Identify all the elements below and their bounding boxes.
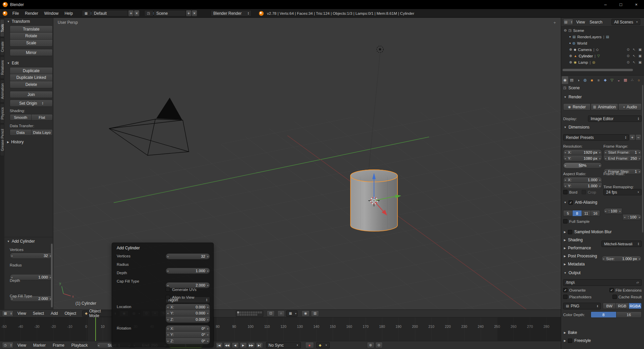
layer-toggle[interactable] [253, 314, 255, 316]
menu-window[interactable]: Window [41, 11, 62, 16]
tab-texture-icon[interactable]: ▩ [622, 76, 629, 84]
expand-icon[interactable]: ⊕ [569, 61, 572, 64]
shelf-tab-tools[interactable]: Tools [0, 19, 4, 37]
selectability-arrow-icon[interactable]: ↖ [633, 60, 636, 64]
resolution-percentage-slider[interactable]: 50% [563, 162, 602, 168]
output-path-field[interactable]: /tmp\ ▱ [563, 279, 642, 286]
render-engine-selector[interactable]: Blender Render [211, 10, 252, 16]
aa-samples-8[interactable]: 8 [573, 210, 582, 216]
resolution-x-field[interactable]: X:1920 px [563, 149, 602, 155]
set-origin-button[interactable]: Set Origin [10, 100, 53, 107]
scene-selector[interactable]: Scene [154, 10, 186, 16]
rotation-z-field[interactable]: Z:0° [166, 338, 210, 344]
tab-scene-icon[interactable]: ◑ [575, 76, 582, 84]
layer-toggle[interactable] [253, 311, 255, 313]
delete-layout-button[interactable]: × [134, 10, 140, 16]
delete-keyframe-icon[interactable]: ⊖ [375, 342, 383, 348]
render-audio-button[interactable]: ◖Audio [618, 103, 642, 110]
layer-toggle[interactable] [244, 311, 246, 313]
timeline-menu-playback[interactable]: Playback [68, 343, 91, 348]
join-button[interactable]: Join [10, 91, 53, 98]
tab-render-icon[interactable]: ◉ [562, 76, 568, 84]
shelf-scrollbar[interactable] [51, 244, 53, 307]
shelf-tab-animation[interactable]: Animation [0, 80, 4, 103]
motion-blur-checkbox[interactable] [568, 230, 572, 234]
timeline-menu-frame[interactable]: Frame [50, 343, 67, 348]
folder-icon[interactable]: ▱ [636, 281, 639, 284]
tab-object-icon[interactable]: ■ [589, 76, 595, 84]
selectability-arrow-icon[interactable]: ↖ [633, 48, 636, 51]
output-panel-header[interactable]: Output [564, 270, 581, 275]
vertices-field[interactable]: 32 [10, 253, 53, 259]
add-layout-button[interactable]: + [128, 10, 134, 16]
end-frame-field[interactable]: End Frame:250 [603, 155, 642, 161]
jump-to-end-button[interactable]: ▶| [256, 342, 263, 348]
antialiasing-panel-header[interactable]: Anti-Aliasing [564, 200, 597, 205]
insert-keyframe-icon[interactable]: ⊕ [367, 342, 374, 348]
collapse-icon[interactable]: ⊖ [564, 29, 567, 32]
smooth-button[interactable]: Smooth [10, 114, 32, 120]
layer-toggle[interactable] [237, 311, 239, 313]
layer-toggle[interactable] [237, 314, 239, 316]
mesh-data-icon[interactable]: ▽ [597, 54, 600, 58]
opengl-render-anim-icon[interactable]: ▥ [311, 310, 319, 317]
screen-layout-selector[interactable]: Default [91, 10, 128, 16]
rotation-x-field[interactable]: X:0° [166, 325, 210, 332]
rotate-button[interactable]: Rotate [10, 33, 53, 40]
remap-old-field[interactable]: : 100 [603, 208, 622, 214]
menu-file[interactable]: File [9, 11, 22, 16]
border-checkbox[interactable] [563, 190, 568, 194]
aa-size-field[interactable]: Size:1.000 px [601, 256, 642, 262]
frame-rate-selector[interactable]: 24 fps [603, 189, 642, 195]
crop-checkbox[interactable] [582, 190, 586, 194]
snap-element-icon[interactable]: ▦ [286, 310, 298, 317]
layer-toggle[interactable] [258, 311, 260, 313]
expand-icon[interactable]: ⊕ [569, 54, 572, 58]
viewport-menu-add[interactable]: Add [48, 311, 60, 316]
previous-keyframe-button[interactable]: ◀◀ [224, 342, 231, 348]
play-reverse-button[interactable]: ◀ [232, 342, 239, 348]
data-layout-button[interactable]: Data Layo [32, 129, 53, 136]
outliner-editor-type-button[interactable]: ▤ [563, 19, 573, 25]
layer-toggle[interactable] [251, 314, 253, 316]
lock-icon[interactable]: ⊡ [267, 310, 275, 317]
layer-toggle[interactable] [249, 311, 250, 313]
outliner-row-scene[interactable]: ⊖ ◳ Scene [561, 27, 644, 34]
start-frame-field[interactable]: Start Frame:1 [603, 149, 642, 155]
renderability-camera-icon[interactable]: ▣ [639, 54, 642, 58]
color-mode-bw[interactable]: BW [603, 303, 616, 309]
duplicate-button[interactable]: Duplicate [10, 67, 53, 74]
aspect-y-field[interactable]: Y:1.000 [563, 183, 602, 189]
data-button[interactable]: Data [10, 129, 32, 136]
shelf-tab-relations[interactable]: Relations [0, 56, 4, 79]
duplicate-linked-button[interactable]: Duplicate Linked [10, 74, 53, 81]
layer-toggle[interactable] [247, 311, 249, 313]
color-depth-16[interactable]: 16 [616, 311, 642, 318]
metadata-panel-header[interactable]: Metadata [564, 262, 585, 266]
editor-type-button[interactable]: ▦ [2, 310, 13, 317]
aa-samples-11[interactable]: 11 [582, 210, 591, 216]
render-still-button[interactable]: ◉Render [563, 103, 591, 110]
aspect-x-field[interactable]: X:1.000 [563, 177, 602, 183]
layer-toggle[interactable] [249, 314, 250, 316]
edit-panel-header[interactable]: Edit [7, 61, 19, 65]
outliner-scrollbar[interactable] [562, 69, 633, 71]
tab-world-icon[interactable]: ◍ [582, 76, 588, 84]
timeline-menu-marker[interactable]: Marker [30, 343, 49, 348]
layer-toggle[interactable] [239, 311, 241, 313]
bake-panel-header[interactable]: Bake [564, 330, 577, 335]
render-panel-header[interactable]: Render [564, 95, 582, 99]
outliner-menu-search[interactable]: Search [588, 20, 604, 24]
sampled-motion-blur-panel-header[interactable]: Sampled Motion Blur [564, 230, 612, 234]
tab-render-layers-icon[interactable]: ▤ [569, 76, 575, 84]
file-format-selector[interactable]: ▤ PNG [563, 303, 601, 309]
tab-particles-icon[interactable]: ∴ [629, 76, 635, 84]
expand-icon[interactable]: ⊕ [569, 48, 572, 51]
delete-scene-button[interactable]: × [192, 10, 197, 16]
color-depth-8[interactable]: 8 [591, 311, 616, 318]
outliner-menu-view[interactable]: View [575, 20, 587, 24]
shading-panel-header[interactable]: Shading [564, 238, 583, 242]
location-x-field[interactable]: X:0.000 [166, 304, 210, 310]
layer-toggle[interactable] [247, 314, 249, 316]
menu-help[interactable]: Help [61, 11, 76, 16]
